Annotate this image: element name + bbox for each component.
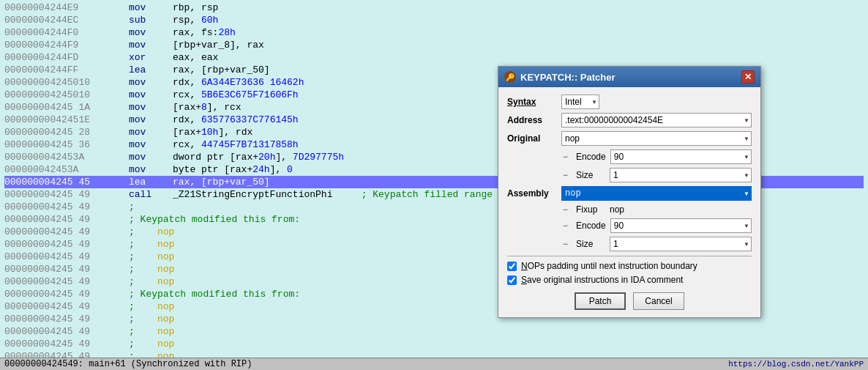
size-label-1: Size xyxy=(576,170,605,180)
encode-dash-2: − xyxy=(563,221,572,231)
dialog-body: Syntax Intel AT&T Address .text:00000000… xyxy=(498,87,760,317)
size-select-1[interactable]: 1 xyxy=(610,168,752,182)
dialog-title-text: KEYPATCH:: Patcher xyxy=(520,72,616,83)
original-select-wrap: nop xyxy=(561,131,752,146)
size-row-1: − Size 1 xyxy=(507,168,752,182)
close-button[interactable]: ✕ xyxy=(741,70,755,84)
encode-select-1[interactable]: 90 xyxy=(610,149,752,164)
syntax-row: Syntax Intel AT&T xyxy=(507,95,752,109)
fixup-dash: − xyxy=(563,204,572,215)
size-dash-1: − xyxy=(563,170,572,180)
keypatch-dialog: 🔑 KEYPATCH:: Patcher ✕ Syntax Intel AT&T… xyxy=(498,66,761,318)
keypatch-icon: 🔑 xyxy=(504,71,516,83)
ida-row-5: 00000004244FD xor eax, eax xyxy=(4,51,864,64)
statusbar: 00000000424549: main+61 (Synchronized wi… xyxy=(0,358,868,370)
statusbar-right: https://blog.csdn.net/YankPP xyxy=(728,360,864,369)
nops-checkbox-row: NOPs padding until next instruction boun… xyxy=(507,261,752,271)
assembly-select[interactable]: nop xyxy=(561,186,752,201)
syntax-select-wrap: Intel AT&T xyxy=(561,95,599,109)
encode-dash-1: − xyxy=(563,152,572,162)
address-label: Address xyxy=(507,115,557,125)
patch-button[interactable]: Patch xyxy=(575,292,626,310)
encode-select-1-wrap: 90 xyxy=(610,149,752,164)
original-label: Original xyxy=(507,133,557,144)
save-checkbox-row: Save original instructions in IDA commen… xyxy=(507,275,752,285)
statusbar-left: 00000000424549: main+61 (Synchronized wi… xyxy=(4,359,252,369)
syntax-select[interactable]: Intel AT&T xyxy=(561,95,599,109)
ida-row-c12: 000000004245 49 ; nop xyxy=(4,338,864,350)
save-checkbox[interactable] xyxy=(507,275,517,285)
original-row: Original nop xyxy=(507,131,752,146)
fixup-row: − Fixup nop xyxy=(507,204,752,215)
divider xyxy=(507,256,752,256)
nops-label: NOPs padding until next instruction boun… xyxy=(521,261,697,271)
size-select-1-wrap: 1 xyxy=(610,168,752,182)
size-select-2-wrap: 1 xyxy=(610,237,752,251)
original-select[interactable]: nop xyxy=(561,131,752,146)
assembly-row: Assembly nop xyxy=(507,186,752,201)
ida-row-3: 00000004244F0 mov rax, fs:28h xyxy=(4,26,864,39)
dialog-title-left: 🔑 KEYPATCH:: Patcher xyxy=(504,71,616,83)
size-select-2[interactable]: 1 xyxy=(610,237,752,251)
ida-row-c11: 000000004245 49 ; nop xyxy=(4,325,864,338)
encode-label-2: Encode xyxy=(576,221,606,231)
address-select-wrap: .text:000000000042454E xyxy=(561,113,752,127)
fixup-label: Fixup xyxy=(576,204,605,215)
encode-select-2-wrap: 90 xyxy=(610,218,752,233)
encode-row-1: − Encode 90 xyxy=(507,149,752,164)
encode-select-2[interactable]: 90 xyxy=(610,218,752,233)
cancel-button[interactable]: Cancel xyxy=(633,292,684,310)
size-dash-2: − xyxy=(563,239,572,249)
dialog-titlebar: 🔑 KEYPATCH:: Patcher ✕ xyxy=(498,67,760,87)
encode-row-2: − Encode 90 xyxy=(507,218,752,233)
fixup-value: nop xyxy=(610,204,752,215)
encode-label-1: Encode xyxy=(576,152,606,162)
assembly-select-wrap: nop xyxy=(561,186,752,201)
address-input-wrap: .text:000000000042454E xyxy=(561,113,752,127)
ida-row-1: 00000004244E9 mov rbp, rsp xyxy=(4,1,864,14)
ida-row-4: 00000004244F9 mov [rbp+var_8], rax xyxy=(4,39,864,51)
size-label-2: Size xyxy=(576,239,605,249)
assembly-label: Assembly xyxy=(507,188,557,199)
size-row-2: − Size 1 xyxy=(507,237,752,251)
ida-row-2: 00000004244EC sub rsp, 60h xyxy=(4,14,864,26)
address-row: Address .text:000000000042454E xyxy=(507,113,752,127)
address-select[interactable]: .text:000000000042454E xyxy=(561,113,752,127)
syntax-label: Syntax xyxy=(507,97,557,107)
nops-checkbox[interactable] xyxy=(507,262,517,271)
button-row: Patch Cancel xyxy=(507,292,752,310)
save-label: Save original instructions in IDA commen… xyxy=(521,275,683,285)
original-input-wrap: nop xyxy=(561,131,752,146)
